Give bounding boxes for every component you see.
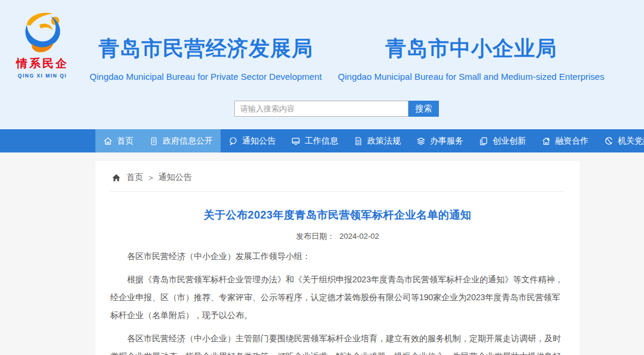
site-header: 情系民企 QING XI MIN QI 青岛市民营经济发展局 Qingdao M… xyxy=(0,0,644,129)
nav-item-label: 融资合作 xyxy=(555,136,589,147)
article-card: 首页 > 通知公告 关于公布2023年度青岛市民营领军标杆企业名单的通知 发布日… xyxy=(95,161,580,355)
bank-icon xyxy=(541,136,551,146)
org2-name: 青岛市中小企业局 xyxy=(331,35,611,63)
logo-mark-icon xyxy=(16,10,69,55)
logo-caption-cn: 情系民企 xyxy=(7,56,78,71)
nav-item[interactable]: 政府信息公开 xyxy=(141,129,221,152)
nav-item-label: 工作信息 xyxy=(305,136,338,147)
nav-item[interactable]: 政策法规 xyxy=(346,129,408,152)
breadcrumb-separator: > xyxy=(148,173,153,182)
breadcrumb: 首页 > 通知公告 xyxy=(110,161,565,192)
nav-item-label: 办事服务 xyxy=(430,136,463,147)
nav-item-label: 创业创新 xyxy=(493,136,526,147)
article-paragraph: 各区市民营经济（中小企业）主管部门要围绕民营领军标杆企业培育，建立有效的服务机制… xyxy=(110,329,565,355)
org1-name: 青岛市民营经济发展局 xyxy=(89,35,322,63)
document-icon xyxy=(354,136,363,146)
main-content: 首页 > 通知公告 关于公布2023年度青岛市民营领军标杆企业名单的通知 发布日… xyxy=(0,161,644,355)
nav-item-label: 政策法规 xyxy=(367,136,401,147)
nav-item[interactable]: 融资合作 xyxy=(534,129,596,152)
org-block-private-sector: 青岛市民营经济发展局 Qingdao Municipal Bureau for … xyxy=(89,35,322,82)
site-logo[interactable]: 情系民企 QING XI MIN QI xyxy=(7,10,78,79)
party-emblem-icon xyxy=(604,136,614,146)
search-input[interactable] xyxy=(234,101,408,117)
nav-item[interactable]: 办事服务 xyxy=(408,129,471,152)
breadcrumb-home-link[interactable]: 首页 xyxy=(126,172,143,183)
publish-date-value: 2024-02-02 xyxy=(339,232,379,241)
nav-item[interactable]: 通知公告 xyxy=(221,129,283,152)
org1-name-en: Qingdao Municipal Bureau for Private Sec… xyxy=(89,71,322,82)
layers-icon xyxy=(416,136,426,146)
nav-item-label: 政府信息公开 xyxy=(163,136,213,147)
nav-items: 首页 政府信息公开 通知公告 工作信息 政策法规 xyxy=(95,129,644,152)
article-body: 各区市民营经济（中小企业）发展工作领导小组： 根据《青岛市民营领军标杆企业管理办… xyxy=(110,247,565,355)
logo-caption-en: QING XI MIN QI xyxy=(7,73,78,79)
home-icon xyxy=(112,173,121,182)
comment-icon xyxy=(228,136,238,146)
article-paragraph: 根据《青岛市民营领军标杆企业管理办法》和《关于组织申报2023年度青岛市民营领军… xyxy=(110,270,565,324)
nav-item-label: 通知公告 xyxy=(242,136,275,147)
article-paragraph: 各区市民营经济（中小企业）发展工作领导小组： xyxy=(110,247,565,265)
doc-list-icon xyxy=(149,136,159,146)
home-icon xyxy=(103,136,113,146)
article-publish-date: 发布日期：2024-02-02 xyxy=(110,231,565,242)
org-block-sme-bureau: 青岛市中小企业局 Qingdao Municipal Bureau for Sm… xyxy=(331,35,611,82)
nav-item[interactable]: 机关党建 xyxy=(596,129,644,152)
search-button[interactable]: 搜索 xyxy=(408,101,439,117)
org2-name-en: Qingdao Municipal Bureau for Small and M… xyxy=(331,71,611,82)
publish-date-label: 发布日期： xyxy=(296,232,335,241)
nav-item-label: 机关党建 xyxy=(618,136,644,147)
nav-item[interactable]: 工作信息 xyxy=(283,129,346,152)
nav-item-label: 首页 xyxy=(117,136,134,147)
copy-icon xyxy=(479,136,488,146)
monitor-icon xyxy=(291,136,301,146)
nav-item[interactable]: 首页 xyxy=(95,129,141,152)
main-navbar: 首页 政府信息公开 通知公告 工作信息 政策法规 xyxy=(0,129,644,152)
breadcrumb-current-link[interactable]: 通知公告 xyxy=(159,172,192,183)
nav-item[interactable]: 创业创新 xyxy=(471,129,534,152)
article-title: 关于公布2023年度青岛市民营领军标杆企业名单的通知 xyxy=(110,208,565,222)
search-bar: 搜索 xyxy=(234,101,439,117)
